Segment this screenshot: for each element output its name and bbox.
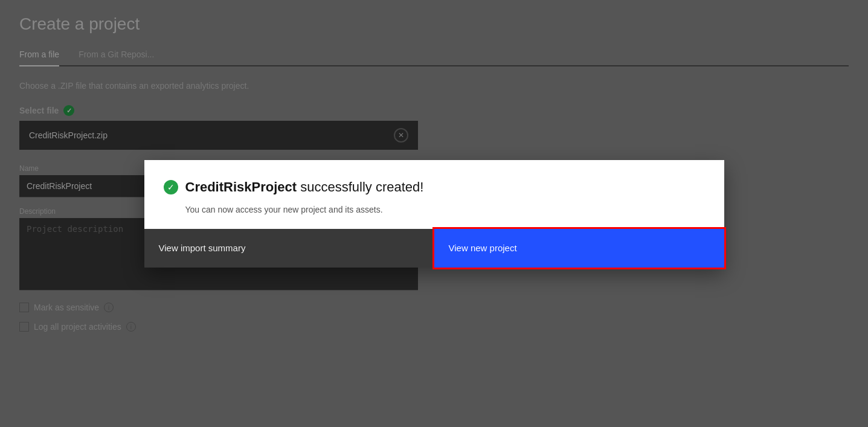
modal-title-suffix: successfully created!: [297, 179, 423, 194]
modal-subtitle: You can now access your new project and …: [164, 205, 705, 214]
success-modal: ✓ CreditRiskProject successfully created…: [144, 160, 724, 268]
modal-title: CreditRiskProject successfully created!: [185, 179, 424, 195]
modal-title-line: ✓ CreditRiskProject successfully created…: [164, 179, 705, 195]
modal-overlay: ✓ CreditRiskProject successfully created…: [0, 0, 868, 427]
modal-project-name: CreditRiskProject: [185, 179, 297, 194]
modal-body: ✓ CreditRiskProject successfully created…: [144, 160, 724, 229]
success-icon: ✓: [164, 180, 178, 194]
view-new-project-button[interactable]: View new project: [434, 229, 724, 268]
modal-footer: View import summary View new project: [144, 229, 724, 268]
view-import-summary-button[interactable]: View import summary: [144, 229, 434, 268]
